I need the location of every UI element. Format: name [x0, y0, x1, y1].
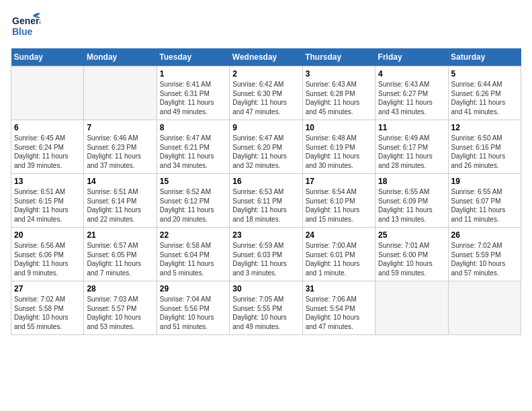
day-number: 26 — [451, 230, 518, 240]
page-header: General Blue — [11, 11, 521, 40]
day-number: 5 — [451, 69, 518, 79]
calendar-cell: 1Sunrise: 6:41 AM Sunset: 6:31 PM Daylig… — [157, 66, 229, 120]
calendar-cell — [11, 66, 84, 120]
calendar-cell: 22Sunrise: 6:58 AM Sunset: 6:04 PM Dayli… — [157, 228, 229, 281]
day-number: 1 — [160, 69, 226, 79]
calendar-cell: 7Sunrise: 6:46 AM Sunset: 6:23 PM Daylig… — [84, 120, 157, 174]
day-info: Sunrise: 6:45 AM Sunset: 6:24 PM Dayligh… — [14, 134, 81, 170]
day-header-tuesday: Tuesday — [157, 48, 229, 66]
calendar-cell: 12Sunrise: 6:50 AM Sunset: 6:16 PM Dayli… — [448, 120, 521, 174]
day-header-wednesday: Wednesday — [230, 48, 302, 66]
calendar-cell: 5Sunrise: 6:44 AM Sunset: 6:26 PM Daylig… — [448, 66, 521, 120]
calendar-cell — [84, 66, 157, 120]
calendar-cell: 26Sunrise: 7:02 AM Sunset: 5:59 PM Dayli… — [448, 228, 521, 281]
day-info: Sunrise: 6:52 AM Sunset: 6:12 PM Dayligh… — [160, 187, 226, 224]
day-info: Sunrise: 6:42 AM Sunset: 6:30 PM Dayligh… — [232, 80, 299, 116]
day-info: Sunrise: 6:58 AM Sunset: 6:04 PM Dayligh… — [160, 241, 226, 277]
day-info: Sunrise: 7:02 AM Sunset: 5:58 PM Dayligh… — [14, 295, 81, 331]
day-info: Sunrise: 6:55 AM Sunset: 6:09 PM Dayligh… — [378, 187, 445, 224]
day-info: Sunrise: 6:54 AM Sunset: 6:10 PM Dayligh… — [306, 187, 372, 224]
calendar-cell: 4Sunrise: 6:43 AM Sunset: 6:27 PM Daylig… — [375, 66, 448, 120]
day-number: 20 — [14, 230, 81, 240]
day-info: Sunrise: 7:03 AM Sunset: 5:57 PM Dayligh… — [87, 295, 153, 331]
calendar-cell: 10Sunrise: 6:48 AM Sunset: 6:19 PM Dayli… — [302, 120, 375, 174]
day-number: 27 — [14, 284, 81, 293]
calendar-week-row: 6Sunrise: 6:45 AM Sunset: 6:24 PM Daylig… — [11, 120, 521, 174]
day-info: Sunrise: 7:00 AM Sunset: 6:01 PM Dayligh… — [306, 241, 372, 277]
calendar-cell: 20Sunrise: 6:56 AM Sunset: 6:06 PM Dayli… — [11, 228, 84, 281]
day-number: 11 — [378, 123, 445, 132]
day-number: 7 — [87, 123, 153, 132]
day-number: 18 — [378, 177, 445, 186]
day-info: Sunrise: 7:06 AM Sunset: 5:54 PM Dayligh… — [306, 295, 372, 331]
calendar-cell: 29Sunrise: 7:04 AM Sunset: 5:56 PM Dayli… — [157, 281, 229, 335]
day-info: Sunrise: 6:43 AM Sunset: 6:28 PM Dayligh… — [306, 80, 372, 116]
calendar-cell: 16Sunrise: 6:53 AM Sunset: 6:11 PM Dayli… — [230, 174, 302, 228]
day-info: Sunrise: 7:05 AM Sunset: 5:55 PM Dayligh… — [232, 295, 299, 331]
calendar-cell — [375, 281, 448, 335]
day-number: 16 — [232, 177, 299, 186]
calendar-cell: 15Sunrise: 6:52 AM Sunset: 6:12 PM Dayli… — [157, 174, 229, 228]
day-number: 15 — [160, 177, 226, 186]
day-number: 12 — [451, 123, 518, 132]
day-number: 31 — [306, 284, 372, 293]
calendar-cell: 23Sunrise: 6:59 AM Sunset: 6:03 PM Dayli… — [230, 228, 302, 281]
day-number: 8 — [160, 123, 226, 132]
calendar-week-row: 20Sunrise: 6:56 AM Sunset: 6:06 PM Dayli… — [11, 228, 521, 281]
day-info: Sunrise: 6:46 AM Sunset: 6:23 PM Dayligh… — [87, 134, 153, 170]
calendar-cell: 8Sunrise: 6:47 AM Sunset: 6:21 PM Daylig… — [157, 120, 229, 174]
svg-text:Blue: Blue — [12, 26, 33, 37]
day-info: Sunrise: 7:02 AM Sunset: 5:59 PM Dayligh… — [451, 241, 518, 277]
calendar-week-row: 27Sunrise: 7:02 AM Sunset: 5:58 PM Dayli… — [11, 281, 521, 335]
day-info: Sunrise: 6:55 AM Sunset: 6:07 PM Dayligh… — [451, 187, 518, 224]
day-number: 14 — [87, 177, 153, 186]
day-info: Sunrise: 6:56 AM Sunset: 6:06 PM Dayligh… — [14, 241, 81, 277]
day-info: Sunrise: 6:47 AM Sunset: 6:20 PM Dayligh… — [232, 134, 299, 170]
calendar-cell: 3Sunrise: 6:43 AM Sunset: 6:28 PM Daylig… — [302, 66, 375, 120]
day-info: Sunrise: 6:59 AM Sunset: 6:03 PM Dayligh… — [232, 241, 299, 277]
day-info: Sunrise: 6:41 AM Sunset: 6:31 PM Dayligh… — [160, 80, 226, 116]
day-number: 2 — [232, 69, 299, 79]
day-header-saturday: Saturday — [448, 48, 521, 66]
day-info: Sunrise: 6:51 AM Sunset: 6:15 PM Dayligh… — [14, 187, 81, 224]
day-header-monday: Monday — [84, 48, 157, 66]
day-number: 3 — [306, 69, 372, 79]
calendar-cell: 9Sunrise: 6:47 AM Sunset: 6:20 PM Daylig… — [230, 120, 302, 174]
calendar-cell: 14Sunrise: 6:51 AM Sunset: 6:14 PM Dayli… — [84, 174, 157, 228]
day-info: Sunrise: 6:44 AM Sunset: 6:26 PM Dayligh… — [451, 80, 518, 116]
calendar-header-row: SundayMondayTuesdayWednesdayThursdayFrid… — [11, 48, 521, 66]
day-number: 13 — [14, 177, 81, 186]
calendar-week-row: 1Sunrise: 6:41 AM Sunset: 6:31 PM Daylig… — [11, 66, 521, 120]
day-number: 23 — [232, 230, 299, 240]
calendar-cell: 6Sunrise: 6:45 AM Sunset: 6:24 PM Daylig… — [11, 120, 84, 174]
calendar-cell: 18Sunrise: 6:55 AM Sunset: 6:09 PM Dayli… — [375, 174, 448, 228]
calendar-cell: 2Sunrise: 6:42 AM Sunset: 6:30 PM Daylig… — [230, 66, 302, 120]
calendar-cell: 11Sunrise: 6:49 AM Sunset: 6:17 PM Dayli… — [375, 120, 448, 174]
day-info: Sunrise: 6:48 AM Sunset: 6:19 PM Dayligh… — [306, 134, 372, 170]
logo-svg: General Blue — [11, 11, 40, 40]
calendar-table: SundayMondayTuesdayWednesdayThursdayFrid… — [11, 48, 521, 335]
calendar-cell: 21Sunrise: 6:57 AM Sunset: 6:05 PM Dayli… — [84, 228, 157, 281]
calendar-cell: 24Sunrise: 7:00 AM Sunset: 6:01 PM Dayli… — [302, 228, 375, 281]
calendar-cell: 25Sunrise: 7:01 AM Sunset: 6:00 PM Dayli… — [375, 228, 448, 281]
calendar-cell: 19Sunrise: 6:55 AM Sunset: 6:07 PM Dayli… — [448, 174, 521, 228]
day-info: Sunrise: 6:47 AM Sunset: 6:21 PM Dayligh… — [160, 134, 226, 170]
day-header-thursday: Thursday — [302, 48, 375, 66]
day-info: Sunrise: 6:50 AM Sunset: 6:16 PM Dayligh… — [451, 134, 518, 170]
logo: General Blue — [11, 11, 40, 40]
calendar-cell: 28Sunrise: 7:03 AM Sunset: 5:57 PM Dayli… — [84, 281, 157, 335]
day-number: 29 — [160, 284, 226, 293]
logo-container: General Blue — [11, 11, 40, 40]
day-number: 9 — [232, 123, 299, 132]
calendar-cell: 30Sunrise: 7:05 AM Sunset: 5:55 PM Dayli… — [230, 281, 302, 335]
day-number: 28 — [87, 284, 153, 293]
day-number: 25 — [378, 230, 445, 240]
day-number: 30 — [232, 284, 299, 293]
day-info: Sunrise: 6:57 AM Sunset: 6:05 PM Dayligh… — [87, 241, 153, 277]
day-info: Sunrise: 6:49 AM Sunset: 6:17 PM Dayligh… — [378, 134, 445, 170]
calendar-cell — [448, 281, 521, 335]
day-info: Sunrise: 6:51 AM Sunset: 6:14 PM Dayligh… — [87, 187, 153, 224]
day-header-friday: Friday — [375, 48, 448, 66]
day-info: Sunrise: 6:53 AM Sunset: 6:11 PM Dayligh… — [232, 187, 299, 224]
day-number: 4 — [378, 69, 445, 79]
